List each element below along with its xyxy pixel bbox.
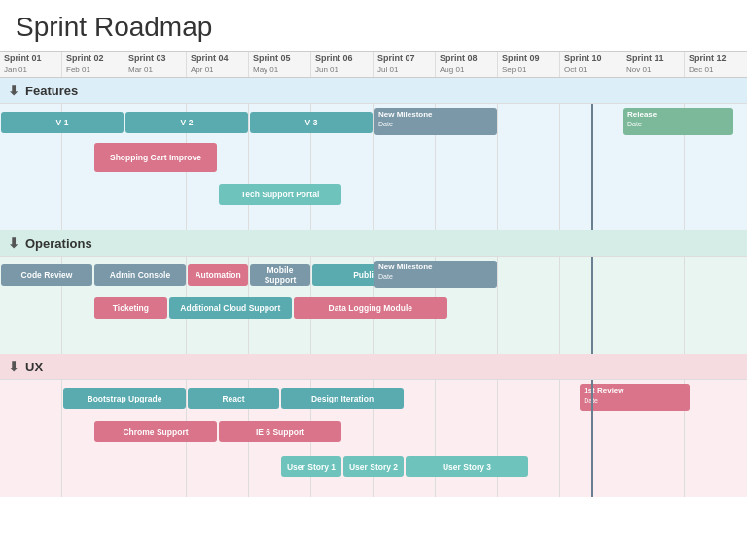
sprint-col: Sprint 06Jun 01: [311, 52, 374, 77]
grid-cell: [498, 380, 560, 497]
grid-cell: [62, 257, 124, 354]
ux-rows: Bootstrap UpgradeReactDesign IterationCh…: [0, 380, 747, 497]
operations-arrow-icon: ⬇: [8, 235, 19, 251]
sprint-col: Sprint 11Nov 01: [622, 52, 685, 77]
grid-cell: [249, 380, 311, 497]
operations-section: ⬇ Operations Code ReviewAdmin ConsoleAut…: [0, 230, 747, 354]
grid-cell: [560, 380, 622, 497]
grid-cell: [0, 104, 62, 230]
grid-cell: [124, 104, 187, 230]
sprint-header: Sprint 01Jan 01Sprint 02Feb 01Sprint 03M…: [0, 51, 747, 78]
ux-section: ⬇ UX Bootstrap UpgradeReactDesign Iterat…: [0, 354, 747, 497]
grid-cell: [249, 257, 311, 354]
grid-cell: [685, 104, 747, 230]
grid-cell: [622, 380, 685, 497]
grid-cell: [560, 257, 622, 354]
sprint-col: Sprint 08Aug 01: [436, 52, 498, 77]
sprint-col: Sprint 03Mar 01: [124, 52, 187, 77]
grid-cell: [374, 380, 436, 497]
sprint-col: Sprint 02Feb 01: [62, 52, 124, 77]
grid-cell: [311, 104, 374, 230]
grid-cell: [311, 380, 374, 497]
grid-cell: [0, 257, 62, 354]
ux-header: ⬇ UX: [0, 354, 747, 380]
features-grid: [0, 104, 747, 230]
operations-header: ⬇ Operations: [0, 230, 747, 257]
grid-cell: [187, 104, 249, 230]
grid-cell: [498, 104, 560, 230]
grid-cell: [498, 257, 560, 354]
operations-grid: [0, 257, 747, 354]
features-label: Features: [25, 84, 78, 98]
grid-cell: [62, 104, 124, 230]
sprint-col: Sprint 10Oct 01: [560, 52, 622, 77]
ux-arrow-icon: ⬇: [8, 359, 19, 374]
grid-cell: [622, 257, 685, 354]
page-title: Sprint Roadmap: [0, 0, 747, 51]
features-arrow-icon: ⬇: [8, 83, 19, 98]
grid-cell: [62, 380, 124, 497]
grid-cell: [685, 257, 747, 354]
features-rows: V 1V 2V 3Shopping Cart ImproveTech Suppo…: [0, 104, 747, 230]
operations-rows: Code ReviewAdmin ConsoleAutomationMobile…: [0, 257, 747, 354]
grid-cell: [249, 104, 311, 230]
grid-cell: [436, 257, 498, 354]
grid-cell: [436, 104, 498, 230]
sprint-col: Sprint 12Dec 01: [685, 52, 747, 77]
sprint-col: Sprint 05May 01: [249, 52, 311, 77]
ux-grid: [0, 380, 747, 497]
operations-label: Operations: [25, 236, 92, 251]
grid-cell: [0, 380, 62, 497]
grid-cell: [187, 380, 249, 497]
grid-cell: [436, 380, 498, 497]
features-section: ⬇ Features V 1V 2V 3Shopping Cart Improv…: [0, 78, 747, 230]
grid-cell: [124, 380, 187, 497]
grid-cell: [374, 257, 436, 354]
features-header: ⬇ Features: [0, 78, 747, 104]
sprint-col: Sprint 07Jul 01: [374, 52, 436, 77]
gantt-container: Sprint 01Jan 01Sprint 02Feb 01Sprint 03M…: [0, 51, 747, 497]
grid-cell: [311, 257, 374, 354]
grid-cell: [374, 104, 436, 230]
grid-cell: [622, 104, 685, 230]
sprint-col: Sprint 01Jan 01: [0, 52, 62, 77]
grid-cell: [560, 104, 622, 230]
sprint-col: Sprint 09Sep 01: [498, 52, 560, 77]
grid-cell: [187, 257, 249, 354]
ux-label: UX: [25, 360, 43, 374]
grid-cell: [685, 380, 747, 497]
grid-cell: [124, 257, 187, 354]
sprint-col: Sprint 04Apr 01: [187, 52, 249, 77]
